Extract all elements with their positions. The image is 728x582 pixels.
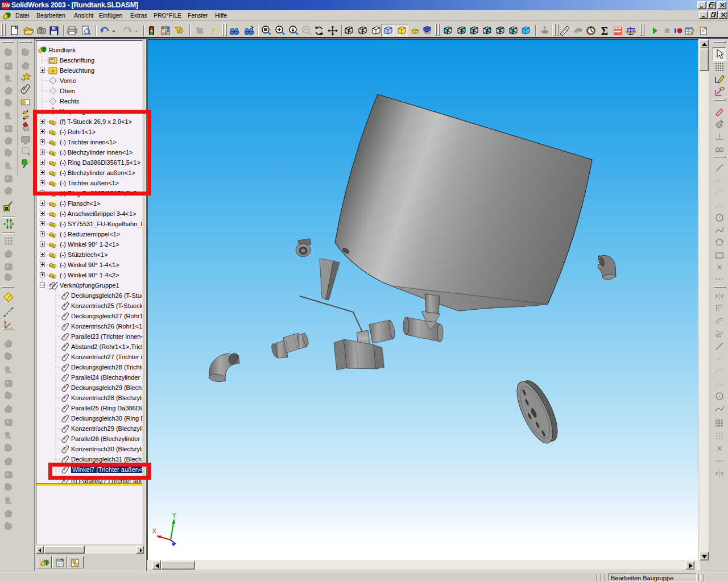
svg-text:?: ? <box>211 26 216 36</box>
svg-text:Σ: Σ <box>601 25 608 36</box>
svg-text:T: T <box>51 59 53 63</box>
svg-text:X: X <box>152 528 156 534</box>
svg-text:Y: Y <box>172 513 176 519</box>
